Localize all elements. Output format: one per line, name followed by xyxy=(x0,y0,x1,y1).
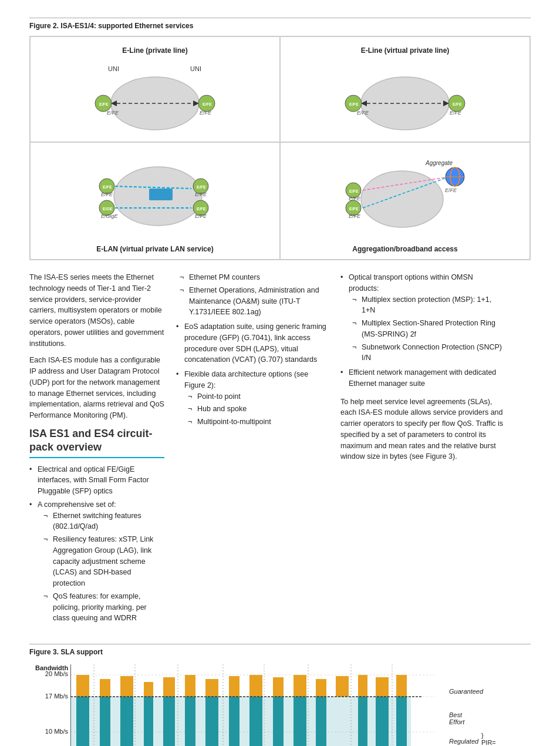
svg-text:E/FE: E/FE xyxy=(200,110,212,116)
svg-rect-64 xyxy=(185,697,195,746)
svg-rect-69 xyxy=(294,697,306,746)
col2-point: Point-to point xyxy=(188,391,329,402)
svg-text:UNI: UNI xyxy=(190,65,201,72)
col3-msp: Multiplex section protection (MSP): 1+1,… xyxy=(352,294,505,317)
svg-rect-74 xyxy=(396,697,407,746)
col1-sub-bullets: Ethernet switching features (802.1d/Q/ad… xyxy=(38,510,164,624)
figure3-section: Figure 3. SLA support Bandwidth 20 Mb/s … xyxy=(29,644,531,746)
svg-text:E/FE: E/FE xyxy=(107,110,119,116)
svg-rect-97 xyxy=(205,679,218,697)
col1-para2: Each ISA-ES module has a configurable IP… xyxy=(29,355,164,421)
section-heading: ISA ES1 and ES4 circuit-pack overview xyxy=(29,427,164,458)
col1-sub-1: Ethernet switching features (802.1d/Q/ad… xyxy=(43,510,164,533)
col2-multipoint: Multipoint-to-multipoint xyxy=(188,416,329,428)
svg-rect-70 xyxy=(316,697,326,746)
chart-area: Guaranteed Best Effort Regulated } PIR= … xyxy=(70,664,446,746)
svg-rect-103 xyxy=(336,676,349,697)
svg-rect-25 xyxy=(149,189,173,200)
svg-point-39 xyxy=(361,171,443,227)
svg-text:E/FE: E/FE xyxy=(349,207,359,211)
svg-rect-101 xyxy=(294,675,306,697)
svg-text:E/GigE: E/GigE xyxy=(101,213,119,219)
svg-rect-106 xyxy=(396,675,407,697)
figure2-label: Figure 2. ISA-ES1/4: supported Ethernet … xyxy=(29,18,531,30)
col3-para: To help meet service level agreements (S… xyxy=(340,396,505,463)
diagram-cell-aggregation: Aggregate E/FE E/FE E/FE E/FE E/FE Aggre… xyxy=(280,142,530,260)
figure3-label: Figure 3. SLA support xyxy=(29,644,531,656)
col2-oam: Ethernet Operations, Administration and … xyxy=(180,285,329,318)
col3: Optical transport options within OMSN pr… xyxy=(340,272,505,626)
y-label-17: 17 Mb/s xyxy=(45,693,68,700)
svg-rect-62 xyxy=(144,697,153,746)
svg-text:E/FE: E/FE xyxy=(99,102,109,106)
svg-rect-63 xyxy=(163,697,175,746)
svg-rect-92 xyxy=(100,679,110,697)
svg-text:E/FE: E/FE xyxy=(197,207,206,211)
diagram-grid: E-Line (private line) UNI UNI E/FE E/FE … xyxy=(29,36,531,260)
svg-rect-94 xyxy=(144,682,153,697)
col1: The ISA-ES series meets the Ethernet tec… xyxy=(29,272,164,626)
svg-rect-100 xyxy=(273,677,284,697)
svg-rect-66 xyxy=(229,697,239,746)
svg-text:Aggregate: Aggregate xyxy=(425,160,453,166)
pir-label: } PIR= 6 Mb/s xyxy=(481,732,496,746)
svg-rect-73 xyxy=(376,697,389,746)
svg-rect-104 xyxy=(358,675,367,697)
diagram-cell-elan: E/FE E/GE E/FE E/FE E/FE E/GigE E/FE E/F… xyxy=(30,142,280,260)
svg-text:E/GE: E/GE xyxy=(103,207,113,211)
col1-para1: The ISA-ES series meets the Ethernet tec… xyxy=(29,272,164,349)
svg-text:E/FE: E/FE xyxy=(349,213,361,219)
svg-text:E/FE: E/FE xyxy=(450,110,462,116)
svg-rect-67 xyxy=(249,697,262,746)
svg-rect-68 xyxy=(273,697,284,746)
col3-msspring: Multiplex Section-Shared Protection Ring… xyxy=(352,318,505,340)
svg-text:E/FE: E/FE xyxy=(101,191,113,197)
cell-title-eline-private: E-Line (private line) xyxy=(36,46,274,55)
chart-wrapper: Bandwidth 20 Mb/s 17 Mb/s 10 Mb/s 4 Mb/s xyxy=(35,664,531,746)
col3-efficient: Efficient network management with dedica… xyxy=(340,367,505,389)
diagram-cell-eline-private: E-Line (private line) UNI UNI E/FE E/FE … xyxy=(30,36,280,142)
svg-rect-91 xyxy=(76,675,89,697)
cell-title-eline-virtual: E-Line (virtual private line) xyxy=(286,46,524,55)
main-content: The ISA-ES series meets the Ethernet tec… xyxy=(29,272,531,626)
svg-text:E/FE: E/FE xyxy=(195,191,207,197)
y-label-10: 10 Mb/s xyxy=(45,728,68,735)
col2-subbullets-top: Ethernet PM counters Ethernet Operations… xyxy=(176,272,329,318)
label-best-effort: Best Effort xyxy=(449,711,464,725)
chart-svg xyxy=(70,664,446,746)
svg-text:E/FE: E/FE xyxy=(197,185,206,189)
diagram-cell-eline-virtual: E-Line (virtual private line) E/FE E/FE … xyxy=(280,36,530,142)
svg-rect-93 xyxy=(120,676,133,697)
svg-text:E/FE: E/FE xyxy=(103,185,112,189)
col2-flex-sub: Point-to point Hub and spoke Multipoint-… xyxy=(184,391,329,428)
svg-rect-72 xyxy=(358,697,367,746)
svg-rect-98 xyxy=(229,676,239,697)
svg-text:E/FE: E/FE xyxy=(349,196,361,201)
col3-optical: Optical transport options within OMSN pr… xyxy=(340,272,505,364)
col2-flexible: Flexible data architecture options (see … xyxy=(176,369,329,428)
svg-text:E/FE: E/FE xyxy=(349,102,359,106)
col2-mainbullets: EoS adaptation suite, using generic fram… xyxy=(176,321,329,428)
svg-text:E/FE: E/FE xyxy=(445,187,457,193)
svg-text:E/FE: E/FE xyxy=(357,110,369,116)
col2: Ethernet PM counters Ethernet Operations… xyxy=(176,272,329,626)
col2-eos: EoS adaptation suite, using generic fram… xyxy=(176,321,329,365)
svg-text:UNI: UNI xyxy=(108,65,119,72)
svg-rect-96 xyxy=(185,675,195,697)
svg-rect-65 xyxy=(205,697,218,746)
svg-text:E/FE: E/FE xyxy=(195,213,207,219)
svg-rect-95 xyxy=(163,677,175,697)
col1-bullet-1: Electrical and optical FE/GigE interface… xyxy=(29,464,164,497)
label-regulated: Regulated xyxy=(449,738,478,745)
svg-text:E/FE: E/FE xyxy=(453,102,462,106)
col2-pm-counters: Ethernet PM counters xyxy=(180,272,329,283)
col3-optical-sub: Multiplex section protection (MSP): 1+1,… xyxy=(349,294,505,364)
col2-hub: Hub and spoke xyxy=(188,404,329,415)
col1-bullet-2: A comprehensive set of: Ethernet switchi… xyxy=(29,499,164,624)
svg-rect-105 xyxy=(376,677,389,697)
svg-text:E/FE: E/FE xyxy=(349,189,359,193)
col1-bullets: Electrical and optical FE/GigE interface… xyxy=(29,464,164,624)
col1-sub-3: QoS features: for example, policing, pri… xyxy=(43,591,164,624)
svg-text:E/FE: E/FE xyxy=(203,102,212,106)
col1-sub-2: Resiliency features: xSTP, Link Aggregat… xyxy=(43,534,164,589)
